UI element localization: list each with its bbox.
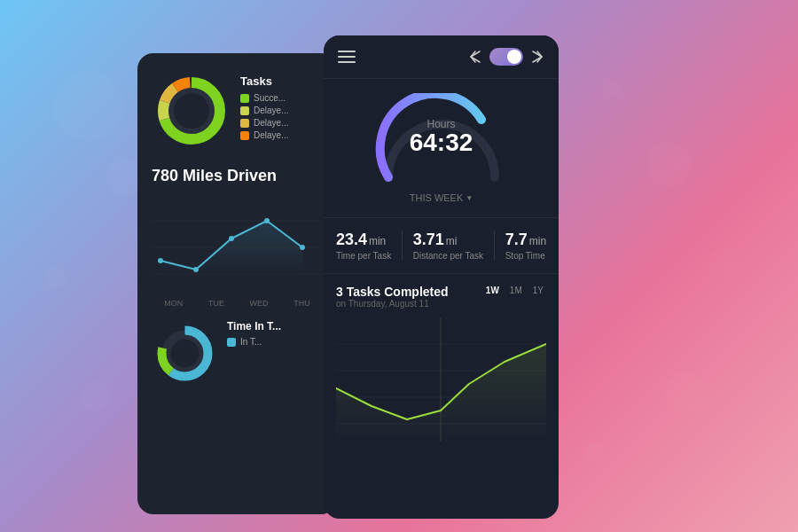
navigation-icon-right [530,50,544,64]
tasks-chart [336,317,546,442]
gauge-section: Hours 64:32 THIS WEEK ▼ [324,79,559,217]
chart-label-tue: TUE [208,299,224,308]
time-in-donut [152,320,218,387]
hamburger-button[interactable] [338,51,356,63]
front-header [324,35,559,79]
time-dot-1 [227,338,236,347]
this-week-label[interactable]: THIS WEEK ▼ [410,192,473,203]
chart-label-wed: WED [250,299,269,308]
back-card: Tasks Succe... Delaye... Delaye... Delay… [137,53,337,514]
chart-labels-back: MON TUE WED THU [152,299,323,308]
stat-time-per-task: 23.4min Time per Task [336,231,391,261]
stat-value-1: 3.71mi [413,231,458,249]
legend-label-1: Delaye... [254,106,288,115]
time-in-legend: Time In T... In T... [227,320,281,349]
hamburger-line-1 [338,51,356,52]
svg-point-5 [174,93,209,129]
svg-point-11 [229,236,234,241]
tasks-section: Tasks Succe... Delaye... Delaye... Delay… [152,71,323,151]
svg-point-13 [300,245,305,250]
toggle-group [468,48,544,66]
svg-point-9 [158,258,163,263]
tasks-header: 3 Tasks Completed on Thursday, August 11… [336,285,546,316]
period-1y[interactable]: 1Y [530,285,546,296]
miles-driven-title: 780 Miles Driven [152,167,323,185]
stat-divider-1 [402,231,403,261]
legend-dot-0 [240,94,249,103]
miles-chart [152,194,323,292]
legend-dot-2 [240,119,249,128]
stat-label-2: Stop Time [505,251,545,261]
chart-label-thu: THU [293,299,310,308]
stat-stop-time: 7.7min Stop Time [505,231,546,261]
stat-label-0: Time per Task [336,251,391,261]
stat-divider-2 [494,231,495,261]
stat-value-0: 23.4min [336,231,386,249]
tasks-completed-section: 3 Tasks Completed on Thursday, August 11… [324,274,559,519]
svg-point-10 [193,267,199,272]
gauge-wrapper: Hours 64:32 [371,93,512,182]
toggle-switch[interactable] [489,48,523,66]
tasks-donut [152,71,231,151]
time-in-title: Time In T... [227,320,281,332]
stat-value-2: 7.7min [505,231,546,249]
stat-distance-per-task: 3.71mi Distance per Task [413,231,483,261]
tasks-legend-title: Tasks [240,74,288,88]
gauge-value: 64:32 [371,130,512,155]
legend-item-2: Delaye... [240,118,288,128]
tasks-title-group: 3 Tasks Completed on Thursday, August 11 [336,285,449,316]
legend-item-0: Succe... [240,93,288,103]
svg-point-12 [264,218,270,223]
time-legend-1: In T... [227,337,281,347]
hamburger-line-2 [338,56,356,58]
time-label-1: In T... [240,337,262,347]
svg-point-17 [171,340,200,368]
stat-label-1: Distance per Task [413,251,483,261]
chart-label-mon: MON [164,299,183,308]
hamburger-line-3 [338,61,356,63]
legend-dot-1 [240,106,249,115]
stats-row: 23.4min Time per Task 3.71mi Distance pe… [324,217,559,274]
tasks-completed-title: 3 Tasks Completed [336,285,449,299]
time-in-section: Time In T... In T... [152,320,323,387]
legend-label-0: Succe... [254,93,286,103]
legend-item-1: Delaye... [240,106,288,115]
tasks-legend: Tasks Succe... Delaye... Delaye... Delay… [240,71,288,143]
legend-dot-3 [240,131,249,140]
chevron-down-icon: ▼ [466,194,473,202]
period-selector: 1W 1M 1Y [483,285,546,296]
legend-label-3: Delaye... [254,130,288,140]
legend-item-3: Delaye... [240,130,288,140]
period-1m[interactable]: 1M [507,285,525,296]
tasks-date: on Thursday, August 11 [336,299,449,309]
legend-label-2: Delaye... [254,118,288,128]
period-1w[interactable]: 1W [483,285,502,296]
front-card: Hours 64:32 THIS WEEK ▼ 23.4min Time per… [324,35,559,519]
navigation-icon-left [468,50,482,64]
